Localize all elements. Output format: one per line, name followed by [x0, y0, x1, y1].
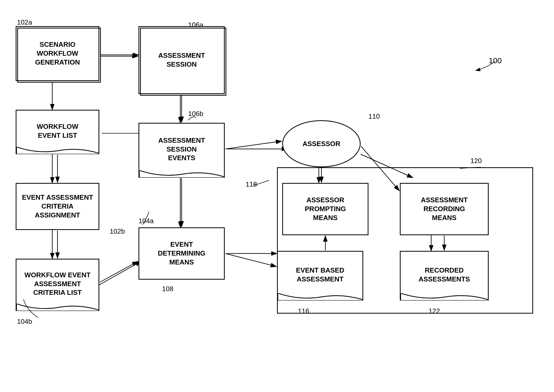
assessor-ellipse: ASSESSOR — [282, 120, 361, 167]
workflow-event-assessment-box: WORKFLOW EVENTASSESSMENTCRITERIA LIST — [16, 259, 99, 311]
assessment-recording-label: ASSESSMENTRECORDINGMEANS — [421, 196, 468, 222]
scenario-workflow-box: SCENARIOWORKFLOWGENERATION — [16, 26, 99, 81]
event-determining-means-label: EVENTDETERMININGMEANS — [158, 240, 205, 267]
event-determining-means-box: EVENTDETERMININGMEANS — [138, 227, 225, 280]
ref-100: 100 — [489, 56, 502, 65]
diagram: 102a SCENARIOWORKFLOWGENERATION WORKFLOW… — [0, 0, 554, 392]
workflow-event-list-label: WORKFLOWEVENT LIST — [37, 122, 78, 140]
event-based-assessment-label: EVENT BASEDASSESSMENT — [296, 266, 344, 284]
ref-108: 108 — [162, 285, 173, 293]
ref-122: 122 — [429, 307, 440, 315]
svg-line-22 — [225, 141, 282, 149]
svg-line-6 — [99, 261, 141, 285]
recorded-assessments-box: RECORDEDASSESSMENTS — [400, 251, 489, 301]
recorded-assessments-label: RECORDEDASSESSMENTS — [419, 266, 470, 284]
assessment-session-box: ASSESSMENTSESSION — [138, 26, 225, 94]
scenario-workflow-label: SCENARIOWORKFLOWGENERATION — [35, 40, 80, 67]
ref-120: 120 — [470, 157, 482, 165]
ref-118: 118 — [246, 180, 257, 188]
assessment-session-events-label: ASSESSMENTSESSIONEVENTS — [158, 136, 205, 163]
assessment-session-events-box: ASSESSMENTSESSIONEVENTS — [138, 123, 225, 178]
event-assessment-criteria-label: EVENT ASSESSMENTCRITERIAASSIGNMENT — [22, 193, 93, 220]
event-assessment-criteria-box: EVENT ASSESSMENTCRITERIAASSIGNMENT — [16, 183, 99, 230]
assessment-session-label: ASSESSMENTSESSION — [158, 51, 205, 69]
ref-110: 110 — [368, 112, 380, 120]
svg-line-23 — [225, 253, 276, 267]
ref-104b: 104b — [17, 318, 32, 326]
assessor-prompting-box: ASSESSORPROMPTINGMEANS — [282, 183, 368, 235]
workflow-event-assessment-label: WORKFLOW EVENTASSESSMENTCRITERIA LIST — [25, 271, 91, 297]
svg-line-21 — [100, 261, 138, 282]
ref-106b: 106b — [188, 110, 203, 118]
ref-102a: 102a — [17, 18, 32, 26]
event-based-assessment-box: EVENT BASEDASSESSMENT — [277, 251, 363, 301]
ref-104a: 104a — [138, 217, 154, 225]
assessor-label: ASSESSOR — [303, 140, 341, 148]
workflow-event-list-box: WORKFLOWEVENT LIST — [16, 110, 99, 154]
ref-116: 116 — [298, 307, 309, 315]
ref-102b: 102b — [110, 227, 125, 235]
assessment-recording-box: ASSESSMENTRECORDINGMEANS — [400, 183, 489, 235]
assessor-prompting-label: ASSESSORPROMPTINGMEANS — [305, 196, 346, 222]
